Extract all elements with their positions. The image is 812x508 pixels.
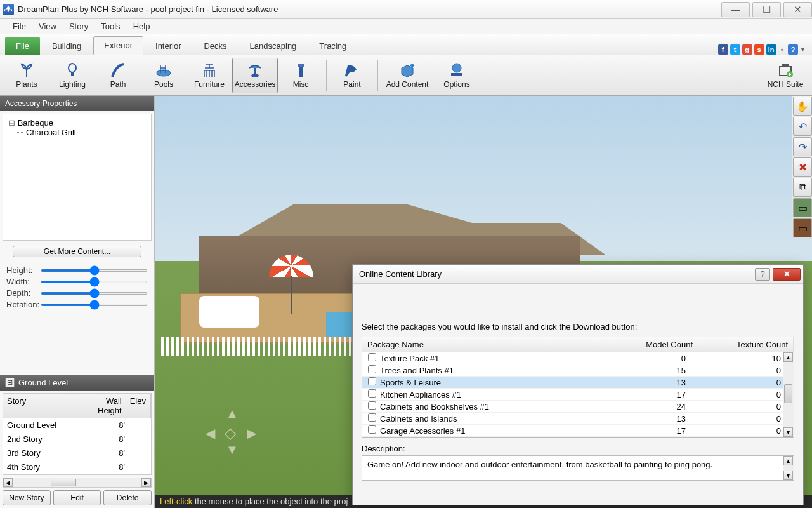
scroll-down-icon[interactable]: ▼ — [783, 427, 793, 437]
copy-icon[interactable]: ⧉ — [793, 178, 812, 197]
story-row[interactable]: Ground Level8' — [3, 418, 151, 432]
facebook-icon[interactable]: f — [718, 44, 728, 55]
scroll-down-icon[interactable]: ▼ — [783, 471, 793, 480]
story-row[interactable]: 3rd Story8' — [3, 446, 151, 460]
col-elev[interactable]: Elev — [126, 394, 151, 418]
new-story-button[interactable]: New Story — [3, 490, 51, 505]
dialog-title-text: Online Content Library — [359, 269, 442, 279]
delete-icon[interactable]: ✖ — [793, 157, 812, 177]
close-button[interactable]: ✕ — [783, 2, 812, 17]
width-label: Width: — [6, 277, 41, 286]
package-checkbox[interactable] — [368, 353, 376, 361]
dialog-help-button[interactable]: ? — [755, 268, 770, 281]
tree-item-barbeque[interactable]: Barbeque — [8, 118, 146, 128]
story-row[interactable]: 4th Story8' — [3, 460, 151, 474]
tab-tracing[interactable]: Tracing — [308, 37, 357, 55]
scroll-right-icon[interactable]: ▶ — [141, 478, 151, 487]
maximize-button[interactable]: ☐ — [752, 2, 781, 17]
tab-file[interactable]: File — [5, 37, 40, 55]
scroll-left-icon[interactable]: ◀ — [3, 478, 13, 487]
menu-help[interactable]: Help — [127, 20, 157, 32]
menu-story[interactable]: Story — [63, 20, 95, 32]
help-dropdown-icon[interactable]: ▼ — [800, 46, 806, 53]
tool-accessories[interactable]: Accessories — [232, 58, 278, 93]
tab-decks[interactable]: Decks — [193, 37, 237, 55]
tool-lighting[interactable]: Lighting — [49, 58, 95, 93]
story-row[interactable]: 2nd Story8' — [3, 432, 151, 446]
tool-furniture[interactable]: Furniture — [187, 58, 232, 93]
package-checkbox[interactable] — [368, 425, 376, 434]
tab-interior[interactable]: Interior — [145, 37, 192, 55]
height-label: Height: — [6, 265, 41, 275]
dialog-close-button[interactable]: ✕ — [773, 268, 801, 281]
dialog-titlebar[interactable]: Online Content Library ? ✕ — [353, 265, 803, 284]
nav-compass[interactable]: ▲ ▼ ◀ ▶ ◇ — [206, 406, 256, 457]
tool-path[interactable]: Path — [95, 58, 141, 93]
help-icon[interactable]: ? — [788, 44, 798, 55]
scroll-up-icon[interactable]: ▲ — [783, 352, 793, 362]
package-checkbox[interactable] — [368, 365, 376, 373]
package-checkbox[interactable] — [368, 401, 376, 410]
redo-icon[interactable]: ↷ — [793, 137, 812, 156]
menu-tools[interactable]: Tools — [95, 20, 126, 32]
edit-story-button[interactable]: Edit — [53, 490, 102, 505]
paint-icon — [343, 62, 361, 79]
menu-view[interactable]: View — [32, 20, 63, 32]
col-package-name[interactable]: Package Name — [362, 337, 603, 352]
package-scrollbar[interactable]: ▲ ▼ — [783, 352, 794, 437]
scroll-up-icon[interactable]: ▲ — [783, 456, 793, 465]
tool-add-content[interactable]: Add Content — [381, 58, 434, 93]
pan-tool-icon[interactable]: ✋ — [793, 97, 812, 116]
depth-slider[interactable] — [41, 292, 148, 295]
twitter-icon[interactable]: t — [730, 44, 740, 55]
package-row[interactable]: Cabinets and Bookshelves #1240 — [362, 401, 794, 413]
package-row[interactable]: Garage Accessories #1170 — [362, 425, 794, 437]
package-row[interactable]: Kitchen Appliances #1170 — [362, 389, 794, 401]
nav-right-icon[interactable]: ▶ — [247, 425, 256, 441]
package-checkbox[interactable] — [368, 413, 376, 422]
tab-landscaping[interactable]: Landscaping — [239, 37, 308, 55]
height-slider[interactable] — [41, 269, 148, 272]
scroll-thumb[interactable] — [51, 479, 76, 486]
width-slider[interactable] — [41, 281, 148, 283]
tab-building[interactable]: Building — [41, 37, 92, 55]
undo-icon[interactable]: ↶ — [793, 117, 812, 136]
menu-file[interactable]: File — [6, 20, 32, 32]
linkedin-icon[interactable]: in — [766, 44, 776, 55]
minimize-button[interactable]: — — [721, 2, 750, 17]
col-wall-height[interactable]: Wall Height — [77, 394, 126, 418]
tool-nch-suite[interactable]: NCH Suite — [763, 58, 808, 93]
tool-plants[interactable]: Plants — [4, 58, 49, 93]
tool-paint[interactable]: Paint — [329, 58, 375, 93]
stumble-icon[interactable]: s — [754, 44, 764, 55]
package-row[interactable]: Cabinets and Islands130 — [362, 413, 794, 425]
nav-up-icon[interactable]: ▲ — [226, 406, 239, 421]
texture2-icon[interactable]: ▭ — [793, 218, 812, 237]
package-row[interactable]: Texture Pack #1010 — [362, 352, 794, 364]
tab-exterior[interactable]: Exterior — [93, 36, 143, 55]
nav-center-icon[interactable]: ◇ — [225, 424, 236, 442]
story-hscroll[interactable]: ◀▶ — [3, 478, 152, 488]
package-row[interactable]: Sports & Leisure130 — [362, 377, 794, 389]
tool-options[interactable]: Options — [434, 58, 480, 93]
texture1-icon[interactable]: ▭ — [793, 198, 812, 217]
col-model-count[interactable]: Model Count — [603, 337, 698, 352]
tree-item-charcoal-grill[interactable]: Charcoal Grill — [8, 128, 146, 137]
scroll-thumb[interactable] — [784, 384, 792, 403]
googleplus-icon[interactable]: g — [742, 44, 752, 55]
package-checkbox[interactable] — [368, 389, 376, 398]
get-more-content-button[interactable]: Get More Content... — [13, 246, 141, 257]
nav-left-icon[interactable]: ◀ — [206, 425, 215, 441]
tool-misc[interactable]: Misc — [278, 58, 324, 93]
delete-story-button[interactable]: Delete — [103, 490, 152, 505]
col-story[interactable]: Story — [3, 394, 77, 418]
col-texture-count[interactable]: Texture Count — [698, 337, 794, 352]
rotation-slider[interactable] — [41, 304, 148, 306]
accessory-tree[interactable]: Barbeque Charcoal Grill — [3, 114, 152, 241]
tool-pools[interactable]: Pools — [141, 58, 187, 93]
package-row[interactable]: Trees and Plants #1150 — [362, 364, 794, 377]
package-checkbox[interactable] — [368, 377, 376, 385]
desc-scrollbar[interactable]: ▲ ▼ — [783, 456, 794, 480]
ground-level-header[interactable]: Ground Level — [0, 375, 154, 391]
nav-down-icon[interactable]: ▼ — [226, 443, 239, 457]
